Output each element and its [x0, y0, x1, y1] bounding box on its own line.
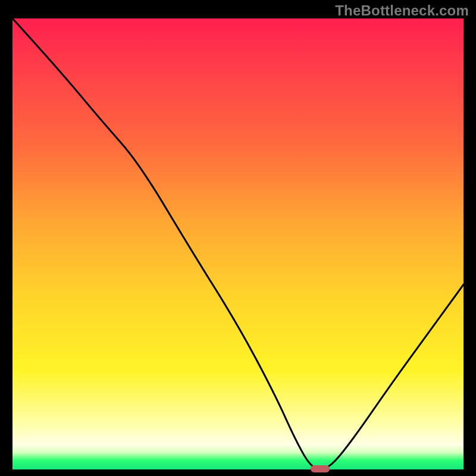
bottleneck-curve-path: [12, 18, 464, 469]
plot-area: [12, 18, 464, 469]
watermark-text: TheBottleneck.com: [335, 2, 469, 19]
optimum-marker: [311, 465, 330, 473]
curve-svg: [12, 18, 464, 469]
chart-frame: TheBottleneck.com: [0, 0, 476, 476]
